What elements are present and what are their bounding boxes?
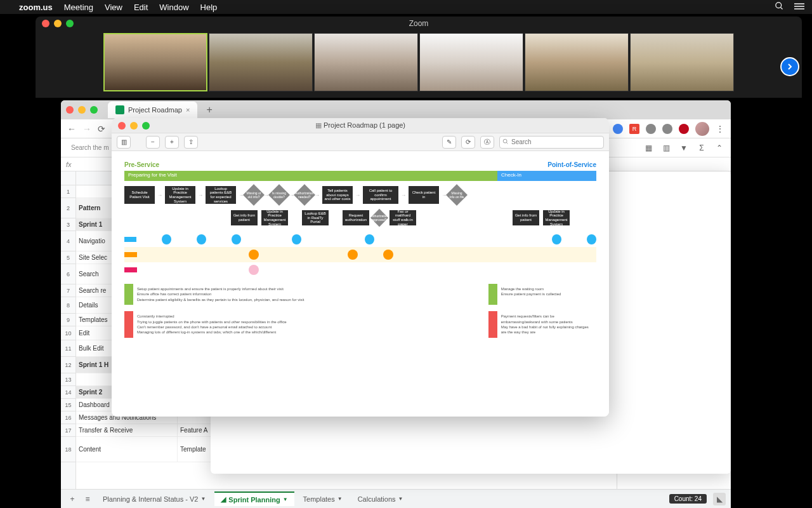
row-header[interactable]: 7 bbox=[61, 284, 75, 297]
close-button[interactable] bbox=[66, 106, 74, 114]
participant-tile[interactable] bbox=[630, 33, 734, 91]
row-header[interactable]: 1 bbox=[61, 185, 75, 198]
sidebar-toggle-button[interactable]: ▥ bbox=[117, 136, 131, 149]
macos-menubar: zoom.us Meeting View Edit Window Help bbox=[0, 0, 812, 14]
extension-icon[interactable] bbox=[613, 124, 623, 134]
rotate-button[interactable]: ⟳ bbox=[461, 136, 475, 149]
participant-tile[interactable] bbox=[103, 33, 207, 91]
sheet-tab[interactable]: Calculations ▼ bbox=[351, 493, 410, 505]
tab-title: Project Roadmap bbox=[128, 106, 182, 114]
all-sheets-button[interactable]: ≡ bbox=[81, 493, 94, 505]
row-header[interactable]: 8 bbox=[61, 297, 75, 314]
svg-line-1 bbox=[780, 7, 782, 9]
section-label-pos: Point-of-Service bbox=[547, 161, 596, 168]
flow-step: Update in Practice Management System bbox=[261, 210, 288, 225]
svg-point-7 bbox=[503, 140, 507, 144]
row-header[interactable]: 13 bbox=[61, 373, 75, 386]
bar-pre: Preparing for the Visit bbox=[124, 171, 497, 181]
tab-close-icon[interactable]: × bbox=[186, 106, 190, 114]
participant-tile[interactable] bbox=[419, 33, 523, 91]
participant-tile[interactable] bbox=[209, 33, 313, 91]
sheet-tab-active[interactable]: ◢Sprint Planning ▼ bbox=[214, 491, 294, 506]
extension-icon[interactable] bbox=[646, 124, 656, 134]
notes-tab bbox=[124, 284, 133, 305]
new-tab-button[interactable]: + bbox=[202, 104, 216, 116]
menu-edit[interactable]: Edit bbox=[134, 3, 148, 12]
lane-dot bbox=[383, 250, 393, 260]
menu-meeting[interactable]: Meeting bbox=[64, 3, 93, 12]
flow-step: Tell patients about copays and other cos… bbox=[322, 186, 353, 204]
zoom-window-title: Zoom bbox=[409, 19, 429, 28]
close-button[interactable] bbox=[42, 20, 49, 27]
reload-button[interactable]: ⟳ bbox=[98, 124, 105, 134]
zoom-in-button[interactable]: + bbox=[165, 136, 179, 149]
browser-tab-strip: Project Roadmap × + bbox=[61, 100, 731, 119]
forward-button[interactable]: → bbox=[82, 124, 91, 134]
row-header[interactable]: 18 bbox=[61, 437, 75, 462]
zoom-out-button[interactable]: − bbox=[146, 136, 160, 149]
markup-button[interactable]: ✎ bbox=[442, 136, 456, 149]
row-header[interactable]: 11 bbox=[61, 340, 75, 357]
sheet-tab[interactable]: Templates ▼ bbox=[297, 493, 349, 505]
svg-point-0 bbox=[776, 3, 782, 8]
browser-tab[interactable]: Project Roadmap × bbox=[108, 102, 197, 118]
app-name[interactable]: zoom.us bbox=[19, 3, 53, 12]
explore-button[interactable]: ◣ bbox=[713, 493, 726, 505]
flow-step: Get info from patient bbox=[231, 210, 258, 225]
notes-section: Setup patient appointments and ensure th… bbox=[124, 284, 596, 305]
maximize-button[interactable] bbox=[142, 122, 150, 130]
spotlight-search-icon[interactable] bbox=[775, 1, 784, 13]
functions-icon[interactable]: Σ bbox=[695, 142, 708, 154]
minimize-button[interactable] bbox=[54, 20, 62, 27]
highlight-button[interactable]: Ⓐ bbox=[480, 136, 494, 149]
row-header[interactable]: 14 bbox=[61, 386, 75, 399]
more-menu-icon[interactable]: ⋮ bbox=[716, 124, 724, 134]
control-center-icon[interactable] bbox=[794, 3, 804, 12]
row-header[interactable]: 15 bbox=[61, 399, 75, 411]
row-header[interactable]: 17 bbox=[61, 424, 75, 437]
share-button[interactable]: ⇪ bbox=[184, 136, 198, 149]
minimize-button[interactable] bbox=[130, 122, 138, 130]
filter-icon[interactable]: ▼ bbox=[678, 142, 690, 154]
chart-icon[interactable]: ▥ bbox=[660, 142, 672, 154]
row-header[interactable]: 12 bbox=[61, 357, 75, 373]
collapse-icon[interactable]: ⌃ bbox=[713, 142, 726, 154]
notes-text: Constantly interrupted Trying to juggle … bbox=[133, 311, 485, 338]
sheet-tab[interactable]: Planning & Internal Status - V2 ▼ bbox=[96, 493, 212, 505]
row-header[interactable]: 5 bbox=[61, 251, 75, 264]
cell[interactable]: Pattern bbox=[76, 198, 114, 218]
extension-icon[interactable] bbox=[679, 124, 689, 134]
flow-decision: Authorization needed? bbox=[294, 184, 315, 206]
preview-search-input[interactable] bbox=[499, 136, 604, 149]
extension-icon[interactable]: R bbox=[629, 124, 639, 134]
maximize-button[interactable] bbox=[90, 106, 98, 114]
back-button[interactable]: ← bbox=[67, 124, 76, 134]
row-header[interactable]: 10 bbox=[61, 326, 75, 340]
row-header[interactable]: 2 bbox=[61, 198, 75, 218]
add-sheet-button[interactable]: + bbox=[66, 493, 79, 505]
minimize-button[interactable] bbox=[78, 106, 86, 114]
profile-avatar[interactable] bbox=[695, 122, 709, 136]
row-header[interactable]: 16 bbox=[61, 411, 75, 424]
row-header[interactable]: 4 bbox=[61, 231, 75, 251]
menu-window[interactable]: Window bbox=[159, 3, 188, 12]
row-header[interactable]: 6 bbox=[61, 264, 75, 284]
flow-step: Fax or mail/hard stuff walk-in paper bbox=[390, 210, 416, 225]
participant-tile[interactable] bbox=[525, 33, 629, 91]
row-header[interactable]: 3 bbox=[61, 218, 75, 231]
participant-tile[interactable] bbox=[314, 33, 418, 91]
extension-icon[interactable] bbox=[662, 124, 672, 134]
menu-help[interactable]: Help bbox=[200, 3, 218, 12]
next-page-arrow[interactable] bbox=[780, 57, 799, 76]
search-menus[interactable]: Search the m bbox=[66, 144, 114, 151]
notes-text: Payment requests/filters can be embarras… bbox=[497, 311, 596, 338]
extensions: R bbox=[613, 124, 689, 134]
flowchart-row-1: Schedule Patient Visit → Update in Pract… bbox=[124, 186, 596, 204]
row-header[interactable]: 9 bbox=[61, 314, 75, 326]
flow-step: Update in Practice Management System bbox=[165, 186, 195, 204]
flow-step: Update in Practice Management System bbox=[543, 210, 570, 225]
maximize-button[interactable] bbox=[66, 20, 74, 27]
close-button[interactable] bbox=[118, 122, 126, 130]
insert-icon[interactable]: ▦ bbox=[642, 142, 655, 154]
menu-view[interactable]: View bbox=[105, 3, 122, 12]
